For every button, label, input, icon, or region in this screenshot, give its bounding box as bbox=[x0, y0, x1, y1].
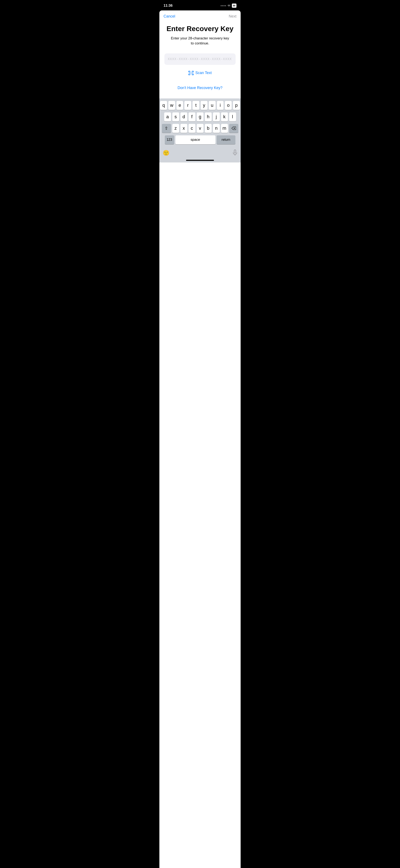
keyboard: q w e r t y u i o p a s d f g h j k l ⇧ bbox=[159, 98, 241, 162]
keyboard-bottom-row: 🙂 bbox=[160, 147, 240, 158]
microphone-icon bbox=[233, 150, 237, 156]
status-time: 11:36 bbox=[164, 4, 172, 8]
key-h[interactable]: h bbox=[205, 113, 212, 121]
emoji-key[interactable]: 🙂 bbox=[163, 150, 169, 156]
next-button[interactable]: Next bbox=[229, 14, 236, 19]
battery-indicator: 90 bbox=[232, 4, 236, 8]
keyboard-row-1: q w e r t y u i o p bbox=[160, 101, 240, 110]
key-c[interactable]: c bbox=[189, 124, 195, 133]
space-key[interactable]: space bbox=[175, 135, 215, 144]
key-b[interactable]: b bbox=[205, 124, 212, 133]
recovery-key-input[interactable] bbox=[168, 57, 232, 61]
key-x[interactable]: x bbox=[180, 124, 187, 133]
page-subtitle: Enter your 28-character recovery keyto c… bbox=[164, 36, 236, 46]
return-label: return bbox=[222, 138, 230, 142]
key-a[interactable]: a bbox=[164, 113, 171, 121]
home-indicator bbox=[160, 158, 240, 162]
key-r[interactable]: r bbox=[185, 101, 191, 110]
key-z[interactable]: z bbox=[172, 124, 179, 133]
numbers-key[interactable]: 123 bbox=[165, 135, 174, 144]
svg-rect-3 bbox=[192, 74, 193, 75]
key-j[interactable]: j bbox=[213, 113, 220, 121]
key-p[interactable]: p bbox=[233, 101, 240, 110]
microphone-key[interactable] bbox=[233, 150, 237, 156]
key-s[interactable]: s bbox=[172, 113, 179, 121]
scan-text-button[interactable]: Scan Text bbox=[164, 71, 236, 75]
key-f[interactable]: f bbox=[189, 113, 195, 121]
recovery-key-input-container bbox=[164, 53, 236, 65]
page-title: Enter Recovery Key bbox=[164, 25, 236, 33]
keyboard-row-2: a s d f g h j k l bbox=[160, 113, 240, 121]
battery-level: 90 bbox=[233, 4, 235, 7]
key-d[interactable]: d bbox=[180, 113, 187, 121]
main-content: Cancel Next Enter Recovery Key Enter you… bbox=[159, 10, 241, 868]
space-label: space bbox=[191, 137, 200, 142]
key-e[interactable]: e bbox=[176, 101, 183, 110]
svg-rect-1 bbox=[192, 71, 193, 72]
scan-text-icon bbox=[188, 71, 194, 75]
delete-icon bbox=[231, 127, 236, 130]
svg-rect-0 bbox=[189, 71, 190, 72]
key-u[interactable]: u bbox=[209, 101, 215, 110]
page-body: Enter Recovery Key Enter your 28-charact… bbox=[159, 21, 241, 98]
keyboard-row-3: ⇧ z x c v b n m bbox=[160, 124, 240, 133]
key-g[interactable]: g bbox=[197, 113, 204, 121]
delete-key[interactable] bbox=[229, 124, 238, 133]
key-m[interactable]: m bbox=[221, 124, 228, 133]
key-v[interactable]: v bbox=[197, 124, 204, 133]
key-t[interactable]: t bbox=[193, 101, 199, 110]
status-bar: 11:36 90 bbox=[159, 0, 241, 10]
dont-have-key-button[interactable]: Don't Have Recovery Key? bbox=[177, 86, 223, 90]
numbers-label: 123 bbox=[167, 138, 172, 142]
home-bar bbox=[186, 160, 214, 161]
key-y[interactable]: y bbox=[201, 101, 207, 110]
shift-icon: ⇧ bbox=[165, 126, 168, 131]
key-i[interactable]: i bbox=[217, 101, 224, 110]
key-n[interactable]: n bbox=[213, 124, 220, 133]
nav-bar: Cancel Next bbox=[159, 10, 241, 21]
status-icons: 90 bbox=[221, 4, 236, 8]
wifi-icon bbox=[227, 4, 231, 7]
return-key[interactable]: return bbox=[217, 135, 235, 144]
key-l[interactable]: l bbox=[229, 113, 236, 121]
shift-key[interactable]: ⇧ bbox=[162, 124, 171, 133]
emoji-icon: 🙂 bbox=[163, 150, 169, 156]
key-w[interactable]: w bbox=[168, 101, 175, 110]
scan-text-label: Scan Text bbox=[195, 71, 212, 75]
signal-icon bbox=[221, 5, 226, 6]
key-q[interactable]: q bbox=[160, 101, 167, 110]
key-o[interactable]: o bbox=[225, 101, 232, 110]
cancel-button[interactable]: Cancel bbox=[164, 14, 175, 19]
key-k[interactable]: k bbox=[221, 113, 228, 121]
svg-rect-11 bbox=[234, 150, 236, 153]
keyboard-row-4: 123 space return bbox=[160, 135, 240, 144]
svg-rect-2 bbox=[189, 74, 190, 75]
